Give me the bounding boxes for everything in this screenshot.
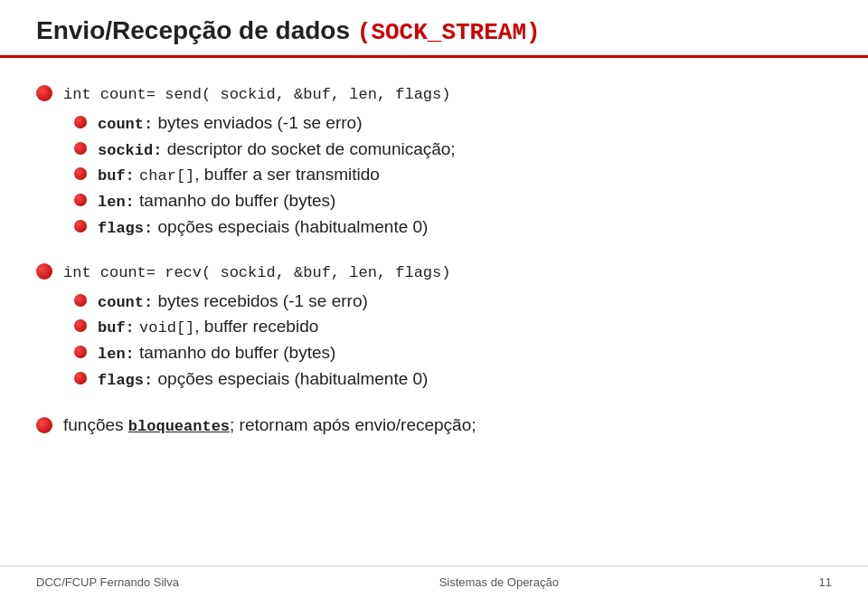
send-sockid-text: sockid: descriptor do socket de comunica…	[98, 138, 456, 162]
send-block: int count= send( sockid, &buf, len, flag…	[36, 76, 832, 245]
send-buf-row: buf: char[], buffer a ser transmitido	[74, 163, 832, 187]
send-bullet-icon	[36, 85, 52, 101]
send-len-bullet	[74, 194, 87, 206]
send-sockid-bullet	[74, 142, 87, 155]
closing-plain: funções	[63, 415, 128, 434]
recv-len-row: len: tamanho do buffer (bytes)	[74, 341, 832, 365]
send-flags-row: flags: opções especiais (habitualmente 0…	[74, 215, 832, 240]
footer: DCC/FCUP Fernando Silva Sistemas de Oper…	[0, 565, 868, 598]
recv-block: int count= recv( sockid, &buf, len, flag…	[36, 254, 832, 397]
send-len-text: len: tamanho do buffer (bytes)	[98, 189, 335, 214]
recv-buf-bullet	[74, 319, 87, 332]
send-count-text: count: bytes enviados (-1 se erro)	[98, 111, 362, 136]
recv-flags-bullet	[74, 372, 87, 384]
closing-bullet-icon	[36, 417, 52, 433]
recv-signature-text: int count= recv( sockid, &buf, len, flag…	[63, 264, 450, 281]
title-mono: (SOCK_STREAM)	[357, 19, 541, 46]
send-signature-row: int count= send( sockid, &buf, len, flag…	[36, 81, 832, 106]
recv-flags-row: flags: opções especiais (habitualmente 0…	[74, 367, 832, 392]
title-plain: Envio/Recepção de dados	[36, 16, 357, 44]
recv-sub-items: count: bytes recebidos (-1 se erro) buf:…	[74, 290, 832, 392]
send-len-row: len: tamanho do buffer (bytes)	[74, 189, 832, 214]
recv-len-bullet	[74, 346, 87, 358]
send-flags-text: flags: opções especiais (habitualmente 0…	[98, 215, 428, 240]
recv-count-text: count: bytes recebidos (-1 se erro)	[98, 290, 368, 314]
closing-row: funções bloqueantes; retornam após envio…	[36, 413, 832, 438]
send-signature: int count= send( sockid, &buf, len, flag…	[63, 81, 450, 106]
recv-buf-row: buf: void[], buffer recebido	[74, 315, 832, 339]
slide: Envio/Recepção de dados (SOCK_STREAM) in…	[0, 0, 868, 598]
footer-center: Sistemas de Operação	[439, 575, 559, 589]
recv-buf-text: buf: void[], buffer recebido	[98, 315, 318, 339]
main-content: int count= send( sockid, &buf, len, flag…	[0, 58, 868, 565]
send-flags-bullet	[74, 220, 87, 233]
closing-text: funções bloqueantes; retornam após envio…	[63, 413, 476, 438]
send-buf-bullet	[74, 167, 87, 180]
send-signature-text: int count= send( sockid, &buf, len, flag…	[63, 86, 450, 103]
closing-end: ; retornam após envio/recepção;	[230, 415, 476, 434]
recv-bullet-icon	[36, 263, 52, 280]
recv-flags-text: flags: opções especiais (habitualmente 0…	[98, 367, 428, 392]
closing-mono: bloqueantes	[128, 418, 230, 435]
recv-signature: int count= recv( sockid, &buf, len, flag…	[63, 260, 450, 284]
footer-right: 11	[819, 575, 832, 589]
recv-len-text: len: tamanho do buffer (bytes)	[98, 341, 335, 365]
slide-title: Envio/Recepção de dados (SOCK_STREAM)	[36, 16, 541, 44]
recv-count-bullet	[74, 294, 87, 307]
send-count-bullet	[74, 116, 87, 128]
send-sub-items: count: bytes enviados (-1 se erro) socki…	[74, 111, 832, 240]
send-buf-text: buf: char[], buffer a ser transmitido	[98, 163, 380, 187]
recv-signature-row: int count= recv( sockid, &buf, len, flag…	[36, 260, 832, 284]
send-count-row: count: bytes enviados (-1 se erro)	[74, 111, 832, 136]
footer-left: DCC/FCUP Fernando Silva	[36, 575, 179, 589]
send-sockid-row: sockid: descriptor do socket de comunica…	[74, 138, 832, 162]
recv-count-row: count: bytes recebidos (-1 se erro)	[74, 290, 832, 314]
header: Envio/Recepção de dados (SOCK_STREAM)	[0, 0, 868, 58]
